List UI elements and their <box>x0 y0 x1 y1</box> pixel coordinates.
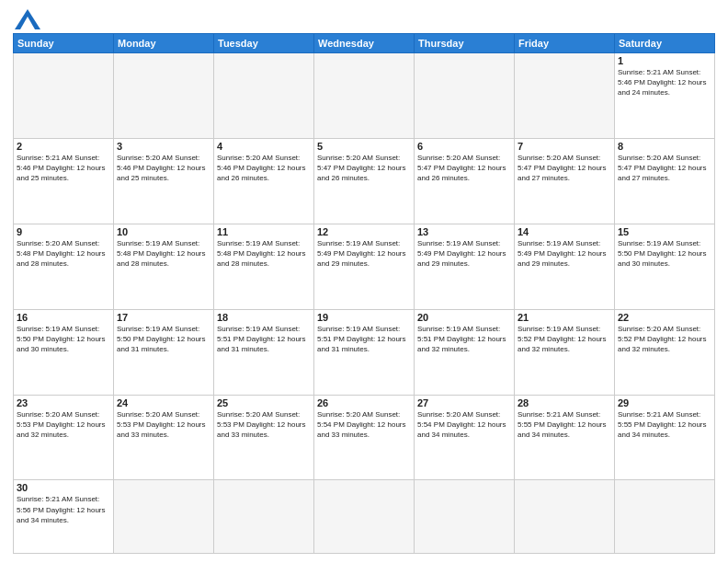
day-cell: 14Sunrise: 5:19 AM Sunset: 5:49 PM Dayli… <box>515 224 615 309</box>
day-cell: 18Sunrise: 5:19 AM Sunset: 5:51 PM Dayli… <box>214 309 314 395</box>
day-number: 29 <box>618 397 711 408</box>
day-info: Sunrise: 5:19 AM Sunset: 5:51 PM Dayligh… <box>217 324 311 355</box>
page: SundayMondayTuesdayWednesdayThursdayFrid… <box>0 0 728 563</box>
day-number: 7 <box>518 141 611 152</box>
day-info: Sunrise: 5:21 AM Sunset: 5:56 PM Dayligh… <box>17 494 110 525</box>
day-cell: 10Sunrise: 5:19 AM Sunset: 5:48 PM Dayli… <box>114 224 214 309</box>
day-cell: 6Sunrise: 5:20 AM Sunset: 5:47 PM Daylig… <box>415 138 515 224</box>
day-info: Sunrise: 5:20 AM Sunset: 5:53 PM Dayligh… <box>217 409 311 441</box>
calendar: SundayMondayTuesdayWednesdayThursdayFrid… <box>13 33 715 554</box>
weekday-header-sunday: Sunday <box>14 34 114 53</box>
day-info: Sunrise: 5:20 AM Sunset: 5:54 PM Dayligh… <box>317 409 411 441</box>
weekday-header-thursday: Thursday <box>415 34 515 53</box>
day-cell: 26Sunrise: 5:20 AM Sunset: 5:54 PM Dayli… <box>314 395 415 480</box>
week-row-3: 16Sunrise: 5:19 AM Sunset: 5:50 PM Dayli… <box>14 309 715 395</box>
day-number: 20 <box>417 312 511 323</box>
week-row-2: 9Sunrise: 5:20 AM Sunset: 5:48 PM Daylig… <box>14 224 715 309</box>
day-number: 6 <box>417 141 511 152</box>
day-cell <box>314 53 415 139</box>
day-cell: 17Sunrise: 5:19 AM Sunset: 5:50 PM Dayli… <box>114 309 214 395</box>
day-number: 11 <box>217 226 311 237</box>
day-cell <box>415 53 515 139</box>
day-info: Sunrise: 5:20 AM Sunset: 5:46 PM Dayligh… <box>217 153 311 184</box>
day-number: 22 <box>618 312 711 323</box>
day-cell: 12Sunrise: 5:19 AM Sunset: 5:49 PM Dayli… <box>314 224 415 309</box>
day-cell: 1Sunrise: 5:21 AM Sunset: 5:46 PM Daylig… <box>615 53 715 139</box>
header <box>13 9 715 28</box>
day-number: 12 <box>317 226 411 237</box>
weekday-header-tuesday: Tuesday <box>214 34 314 53</box>
day-info: Sunrise: 5:21 AM Sunset: 5:46 PM Dayligh… <box>17 153 110 184</box>
day-cell <box>214 480 314 554</box>
day-info: Sunrise: 5:19 AM Sunset: 5:49 PM Dayligh… <box>317 238 411 270</box>
day-cell: 5Sunrise: 5:20 AM Sunset: 5:47 PM Daylig… <box>314 138 415 224</box>
day-number: 23 <box>17 397 110 408</box>
day-cell: 20Sunrise: 5:19 AM Sunset: 5:51 PM Dayli… <box>415 309 515 395</box>
day-number: 27 <box>417 397 511 408</box>
day-number: 18 <box>217 312 311 323</box>
day-number: 3 <box>117 141 210 152</box>
day-cell: 21Sunrise: 5:19 AM Sunset: 5:52 PM Dayli… <box>515 309 615 395</box>
day-info: Sunrise: 5:19 AM Sunset: 5:49 PM Dayligh… <box>417 238 511 270</box>
day-number: 28 <box>518 397 611 408</box>
day-number: 9 <box>17 226 110 237</box>
week-row-0: 1Sunrise: 5:21 AM Sunset: 5:46 PM Daylig… <box>14 53 715 139</box>
day-cell <box>14 53 114 139</box>
day-number: 25 <box>217 397 311 408</box>
day-cell: 28Sunrise: 5:21 AM Sunset: 5:55 PM Dayli… <box>515 395 615 480</box>
day-number: 24 <box>117 397 210 408</box>
day-cell: 9Sunrise: 5:20 AM Sunset: 5:48 PM Daylig… <box>14 224 114 309</box>
day-number: 4 <box>217 141 311 152</box>
day-info: Sunrise: 5:19 AM Sunset: 5:49 PM Dayligh… <box>518 238 611 270</box>
logo-icon <box>15 9 40 29</box>
day-cell <box>114 53 214 139</box>
day-info: Sunrise: 5:19 AM Sunset: 5:48 PM Dayligh… <box>217 238 311 270</box>
day-cell <box>314 480 415 554</box>
weekday-header-friday: Friday <box>515 34 615 53</box>
day-number: 19 <box>317 312 411 323</box>
day-info: Sunrise: 5:20 AM Sunset: 5:54 PM Dayligh… <box>417 409 511 441</box>
logo <box>13 9 40 28</box>
day-info: Sunrise: 5:20 AM Sunset: 5:52 PM Dayligh… <box>618 324 711 355</box>
day-info: Sunrise: 5:20 AM Sunset: 5:46 PM Dayligh… <box>117 153 210 184</box>
day-cell <box>114 480 214 554</box>
day-cell: 2Sunrise: 5:21 AM Sunset: 5:46 PM Daylig… <box>14 138 114 224</box>
weekday-header-monday: Monday <box>114 34 214 53</box>
week-row-1: 2Sunrise: 5:21 AM Sunset: 5:46 PM Daylig… <box>14 138 715 224</box>
day-cell <box>214 53 314 139</box>
logo-text <box>13 9 40 29</box>
day-number: 8 <box>618 141 711 152</box>
day-cell: 19Sunrise: 5:19 AM Sunset: 5:51 PM Dayli… <box>314 309 415 395</box>
day-cell: 7Sunrise: 5:20 AM Sunset: 5:47 PM Daylig… <box>515 138 615 224</box>
day-cell: 23Sunrise: 5:20 AM Sunset: 5:53 PM Dayli… <box>14 395 114 480</box>
day-cell <box>415 480 515 554</box>
day-cell: 25Sunrise: 5:20 AM Sunset: 5:53 PM Dayli… <box>214 395 314 480</box>
week-row-4: 23Sunrise: 5:20 AM Sunset: 5:53 PM Dayli… <box>14 395 715 480</box>
day-number: 16 <box>17 312 110 323</box>
day-info: Sunrise: 5:19 AM Sunset: 5:52 PM Dayligh… <box>518 324 611 355</box>
day-number: 21 <box>518 312 611 323</box>
day-number: 26 <box>317 397 411 408</box>
weekday-header-saturday: Saturday <box>615 34 715 53</box>
day-info: Sunrise: 5:19 AM Sunset: 5:50 PM Dayligh… <box>17 324 110 355</box>
day-info: Sunrise: 5:21 AM Sunset: 5:55 PM Dayligh… <box>618 409 711 441</box>
day-cell: 30Sunrise: 5:21 AM Sunset: 5:56 PM Dayli… <box>14 480 114 554</box>
day-info: Sunrise: 5:21 AM Sunset: 5:46 PM Dayligh… <box>618 67 711 98</box>
weekday-header-row: SundayMondayTuesdayWednesdayThursdayFrid… <box>14 34 715 53</box>
day-info: Sunrise: 5:19 AM Sunset: 5:50 PM Dayligh… <box>618 238 711 270</box>
day-info: Sunrise: 5:20 AM Sunset: 5:53 PM Dayligh… <box>17 409 110 441</box>
day-info: Sunrise: 5:19 AM Sunset: 5:50 PM Dayligh… <box>117 324 210 355</box>
day-cell: 22Sunrise: 5:20 AM Sunset: 5:52 PM Dayli… <box>615 309 715 395</box>
day-number: 5 <box>317 141 411 152</box>
day-cell: 13Sunrise: 5:19 AM Sunset: 5:49 PM Dayli… <box>415 224 515 309</box>
day-info: Sunrise: 5:19 AM Sunset: 5:48 PM Dayligh… <box>117 238 210 270</box>
day-info: Sunrise: 5:20 AM Sunset: 5:47 PM Dayligh… <box>317 153 411 184</box>
day-number: 13 <box>417 226 511 237</box>
day-info: Sunrise: 5:20 AM Sunset: 5:48 PM Dayligh… <box>17 238 110 270</box>
day-info: Sunrise: 5:19 AM Sunset: 5:51 PM Dayligh… <box>417 324 511 355</box>
week-row-5: 30Sunrise: 5:21 AM Sunset: 5:56 PM Dayli… <box>14 480 715 554</box>
day-number: 15 <box>618 226 711 237</box>
day-cell: 27Sunrise: 5:20 AM Sunset: 5:54 PM Dayli… <box>415 395 515 480</box>
weekday-header-wednesday: Wednesday <box>314 34 415 53</box>
day-number: 1 <box>618 55 711 66</box>
